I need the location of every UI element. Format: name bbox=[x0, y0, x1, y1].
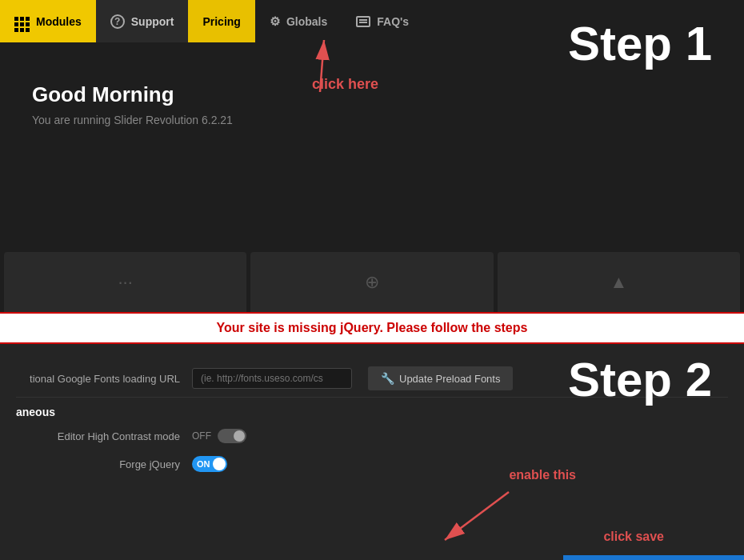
svg-line-3 bbox=[445, 492, 509, 540]
cards-row: ··· ⊕ ▲ bbox=[0, 252, 744, 312]
nav-support[interactable]: ? Support bbox=[96, 0, 189, 42]
toggle-track-on: ON bbox=[192, 456, 227, 472]
forge-label: Forge jQuery bbox=[16, 458, 192, 470]
card-1: ··· bbox=[4, 252, 246, 312]
forge-jquery-row: Forge jQuery ON bbox=[0, 450, 744, 478]
click-here-text: click here bbox=[312, 76, 378, 93]
contrast-label: Editor High Contrast mode bbox=[16, 430, 192, 442]
nav-modules[interactable]: Modules bbox=[0, 0, 96, 42]
nav-pricing-label: Pricing bbox=[202, 15, 240, 28]
google-fonts-label: tional Google Fonts loading URL bbox=[16, 373, 192, 385]
top-section: Modules ? Support Pricing ⚙ Globals FAQ'… bbox=[0, 0, 744, 312]
faq-box-icon bbox=[356, 16, 370, 27]
click-save-text: click save bbox=[603, 530, 664, 544]
update-fonts-label: Update Preload Fonts bbox=[399, 373, 500, 385]
nav-modules-label: Modules bbox=[36, 15, 82, 28]
nav-support-label: Support bbox=[131, 15, 174, 28]
nav-faqs-label: FAQ's bbox=[377, 15, 409, 28]
warning-text: Your site is missing jQuery. Please foll… bbox=[217, 321, 528, 335]
toggle-thumb-off bbox=[234, 430, 245, 442]
arrow-enable-icon bbox=[429, 488, 525, 552]
contrast-state-text: OFF bbox=[192, 430, 211, 442]
step1-label: Step 1 bbox=[568, 16, 712, 71]
card-2: ⊕ bbox=[250, 252, 493, 312]
gear-icon: ⚙ bbox=[270, 14, 280, 29]
toggle-thumb-on bbox=[213, 458, 226, 470]
card-3: ▲ bbox=[498, 252, 740, 312]
nav-pricing[interactable]: Pricing bbox=[188, 0, 254, 42]
forge-state-text: ON bbox=[192, 459, 210, 469]
save-global-settings-button[interactable]: 💾 Save Global Settings bbox=[563, 555, 744, 560]
update-fonts-button[interactable]: 🔧 Update Preload Fonts bbox=[368, 366, 513, 390]
grid-icon bbox=[14, 10, 30, 32]
step2-label: Step 2 bbox=[568, 352, 712, 407]
google-fonts-input[interactable] bbox=[192, 368, 352, 389]
question-icon: ? bbox=[110, 14, 125, 29]
wrench-icon: 🔧 bbox=[381, 372, 394, 385]
warning-banner: Your site is missing jQuery. Please foll… bbox=[0, 312, 744, 344]
nav-globals-label: Globals bbox=[286, 15, 327, 28]
toggle-track-off bbox=[218, 429, 246, 443]
enable-this-text: enable this bbox=[509, 468, 576, 482]
bottom-section: Step 2 tional Google Fonts loading URL 🔧… bbox=[0, 344, 744, 560]
contrast-row: Editor High Contrast mode OFF bbox=[0, 422, 744, 450]
subtitle-text: You are running Slider Revolution 6.2.21 bbox=[32, 114, 712, 126]
forge-toggle[interactable]: ON bbox=[192, 456, 227, 472]
contrast-toggle[interactable]: OFF bbox=[192, 429, 246, 443]
